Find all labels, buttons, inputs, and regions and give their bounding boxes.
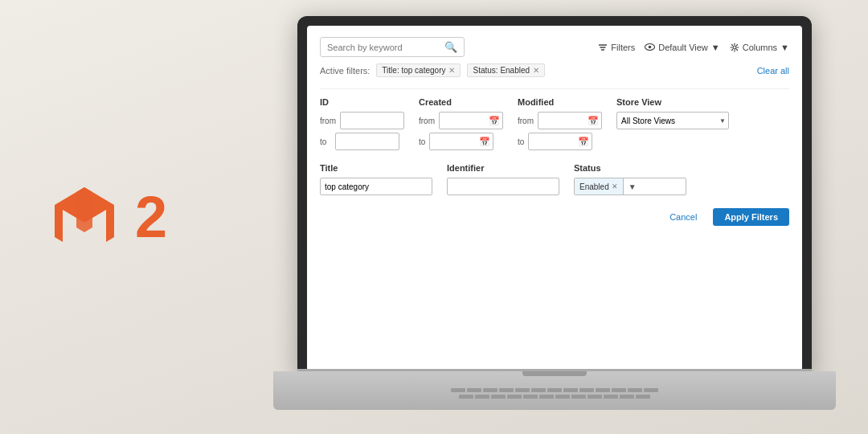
magento-icon	[48, 181, 121, 253]
filter-group-identifier: Identifier	[447, 163, 559, 195]
filter-group-store-view: Store View All Store Views Default Store…	[616, 97, 729, 150]
cancel-button[interactable]: Cancel	[661, 208, 705, 226]
status-tag: Enabled ✕	[575, 178, 624, 194]
key	[547, 388, 562, 392]
key	[579, 388, 594, 392]
title-label: Title	[320, 163, 432, 173]
columns-chevron: ▼	[780, 43, 789, 52]
svg-point-5	[733, 46, 736, 49]
status-tag-remove[interactable]: ✕	[612, 182, 618, 190]
laptop-screen-inner: 🔍 Filters	[307, 26, 802, 371]
logo-area: 2	[48, 181, 167, 253]
key	[612, 388, 626, 392]
status-dropdown-button[interactable]: ▼	[624, 178, 641, 194]
active-filters-row: Active filters: Title: top category ✕ St…	[320, 63, 789, 77]
key	[507, 395, 522, 399]
status-dropdown-icon: ▼	[628, 182, 637, 191]
key	[451, 388, 465, 392]
key	[636, 395, 650, 399]
key	[596, 388, 610, 392]
key	[467, 388, 481, 392]
store-view-dropdown[interactable]: All Store Views Default Store View Engli…	[616, 112, 729, 129]
default-view-button[interactable]: Default View ▼	[645, 43, 719, 52]
key	[531, 388, 546, 392]
key	[483, 388, 497, 392]
filter-row-2: Title Identifier Status Enabled	[320, 163, 789, 195]
key-row-1	[321, 388, 788, 392]
screen-content: 🔍 Filters	[307, 26, 802, 371]
search-box[interactable]: 🔍	[320, 37, 465, 57]
filters-button[interactable]: Filters	[598, 43, 635, 52]
key	[491, 395, 506, 399]
key	[563, 388, 578, 392]
created-from-label: from	[419, 117, 435, 125]
store-view-select[interactable]: All Store Views Default Store View Engli…	[616, 112, 729, 129]
laptop: 🔍 Filters	[273, 16, 836, 418]
key	[539, 395, 554, 399]
key	[459, 395, 473, 399]
key	[555, 395, 570, 399]
filter-chip-title-remove[interactable]: ✕	[448, 66, 455, 75]
created-to-input[interactable]	[429, 133, 493, 150]
status-label: Status	[574, 163, 686, 173]
created-from-input[interactable]	[439, 112, 503, 129]
key	[604, 395, 618, 399]
filter-chip-status-text: Status: Enabled	[473, 66, 530, 75]
created-range-inputs: from 📅 to 📅	[419, 112, 503, 150]
id-to-input[interactable]	[335, 133, 399, 150]
modified-from-input[interactable]	[538, 112, 602, 129]
key	[588, 395, 602, 399]
created-from-wrap: 📅	[439, 112, 503, 129]
default-view-label: Default View	[658, 43, 708, 52]
filter-group-title: Title	[320, 163, 432, 195]
created-to-row: to 📅	[419, 133, 503, 150]
columns-label: Columns	[743, 43, 777, 52]
key	[644, 388, 658, 392]
svg-point-4	[649, 46, 652, 49]
filter-group-status: Status Enabled ✕ ▼	[574, 163, 686, 195]
modified-label: Modified	[518, 97, 602, 107]
identifier-input[interactable]	[447, 178, 559, 195]
magento-number: 2	[135, 188, 167, 246]
key	[571, 395, 586, 399]
laptop-screen-outer: 🔍 Filters	[297, 16, 812, 378]
modified-to-row: to 📅	[518, 133, 602, 150]
clear-all-button[interactable]: Clear all	[757, 66, 789, 76]
status-tag-text: Enabled	[579, 182, 609, 191]
key	[475, 395, 489, 399]
filter-group-id: ID from to	[320, 97, 404, 150]
created-to-label: to	[419, 137, 425, 146]
modified-from-wrap: 📅	[538, 112, 602, 129]
key	[628, 388, 642, 392]
key	[515, 388, 530, 392]
created-to-wrap: 📅	[429, 133, 493, 150]
filter-chip-status: Status: Enabled ✕	[467, 63, 545, 77]
modified-to-label: to	[518, 137, 524, 146]
filters-label: Filters	[611, 43, 635, 52]
id-from-input[interactable]	[340, 112, 404, 129]
keyboard	[321, 388, 788, 399]
columns-button[interactable]: Columns ▼	[730, 43, 789, 52]
modified-to-input[interactable]	[528, 133, 592, 150]
divider	[320, 88, 789, 89]
key-row-2	[321, 395, 788, 399]
created-from-row: from 📅	[419, 112, 503, 129]
status-select-wrap: Enabled ✕ ▼	[574, 178, 686, 195]
filter-group-modified: Modified from 📅 to	[518, 97, 602, 150]
title-input[interactable]	[320, 178, 432, 195]
id-to-label: to	[320, 137, 326, 146]
store-view-label: Store View	[616, 97, 729, 107]
key	[499, 388, 514, 392]
filter-chip-status-remove[interactable]: ✕	[533, 66, 539, 75]
search-button[interactable]: 🔍	[444, 41, 457, 53]
key	[620, 395, 634, 399]
id-range-inputs: from to	[320, 112, 404, 150]
filter-chip-title: Title: top category ✕	[376, 63, 461, 77]
apply-filters-button[interactable]: Apply Filters	[713, 208, 789, 226]
search-input[interactable]	[327, 43, 444, 52]
modified-to-wrap: 📅	[528, 133, 592, 150]
active-filters-label: Active filters:	[320, 66, 370, 76]
search-icon: 🔍	[444, 41, 457, 53]
id-to-row: to	[320, 133, 404, 150]
id-from-row: from	[320, 112, 404, 129]
